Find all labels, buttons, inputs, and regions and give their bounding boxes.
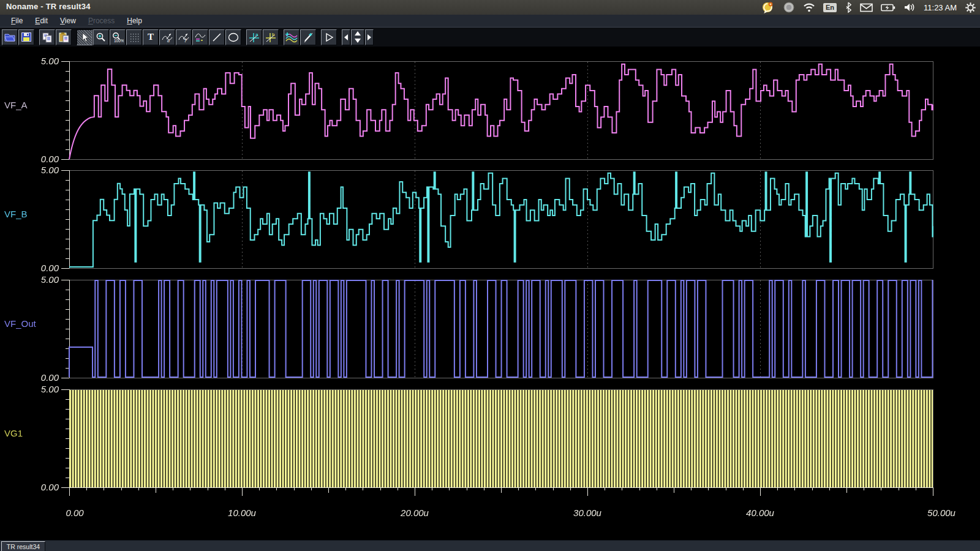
signal-label-vg1: VG1 (4, 428, 66, 438)
svg-text:b: b (272, 32, 275, 37)
probe-button[interactable] (300, 29, 316, 45)
x-tick-label: 50.00u (916, 508, 967, 518)
svg-text:a: a (167, 38, 170, 43)
signal-label-vf_out: VF_Out (4, 318, 66, 329)
toolbar-group: 100%Ta? (77, 29, 242, 45)
window-title: Noname - TR result34 (6, 2, 91, 11)
nav-down-button[interactable] (355, 37, 361, 45)
toolbar-group (342, 29, 374, 45)
toolbar-group (39, 29, 72, 45)
svg-text:?: ? (184, 37, 187, 43)
axis-a-button[interactable]: a (246, 29, 262, 45)
open-button[interactable] (2, 29, 18, 45)
signal-label-vf_a: VF_A (4, 100, 66, 110)
toolbar-group (2, 29, 35, 45)
mail-icon[interactable] (860, 1, 873, 13)
curve-legend-button[interactable] (192, 29, 208, 45)
result-tab-bar: TR result34 (0, 540, 980, 551)
messaging-icon[interactable] (761, 1, 775, 13)
menu-view[interactable]: View (54, 15, 82, 26)
keyboard-layout-indicator[interactable]: En (823, 3, 837, 12)
text-button[interactable]: T (143, 29, 159, 45)
session-gear-icon[interactable] (965, 1, 976, 13)
y-min-label: 0.00 (21, 372, 59, 383)
nav-right-button[interactable] (365, 29, 374, 45)
nav-spin-button[interactable] (351, 29, 364, 45)
y-min-label: 0.00 (21, 154, 59, 164)
svg-text:100%: 100% (114, 39, 124, 43)
waveform-canvas[interactable] (0, 47, 980, 540)
zoom-in-button[interactable] (93, 29, 109, 45)
axis-b-button[interactable]: b (263, 29, 279, 45)
nav-left-button[interactable] (342, 29, 350, 45)
curve-info-query-button[interactable]: ? (176, 29, 192, 45)
grid-button[interactable] (126, 29, 142, 45)
y-min-label: 0.00 (21, 482, 59, 492)
save-button[interactable] (18, 29, 34, 45)
menu-process: Process (82, 15, 121, 26)
ellipse-button[interactable] (225, 29, 241, 45)
svg-text:a: a (255, 32, 258, 37)
system-tray: En11:23 AM (761, 0, 976, 15)
x-tick-label: 10.00u (216, 508, 268, 518)
y-max-label: 5.00 (21, 165, 59, 175)
toolbar-group (284, 29, 317, 45)
y-max-label: 5.00 (21, 384, 59, 394)
x-tick-label: 0.00 (49, 508, 100, 518)
wifi-icon[interactable] (803, 1, 815, 13)
zoom-100-button[interactable]: 100% (110, 29, 126, 45)
menu-help[interactable]: Help (121, 15, 148, 26)
menu-edit[interactable]: Edit (29, 15, 54, 26)
toolbar-group (321, 29, 337, 45)
bluetooth-icon[interactable] (845, 1, 852, 13)
status-orb-icon[interactable] (783, 1, 795, 13)
line-button[interactable] (209, 29, 225, 45)
menu-file[interactable]: File (5, 15, 29, 26)
system-top-panel: Noname - TR result34 En11:23 AM (0, 0, 980, 15)
add-curve-button[interactable] (284, 29, 300, 45)
tab-label: TR result34 (7, 543, 40, 550)
x-tick-label: 40.00u (734, 508, 786, 518)
y-min-label: 0.00 (21, 263, 59, 273)
tab-tr-result34[interactable]: TR result34 (1, 541, 45, 551)
menubar: FileEditViewProcessHelp (0, 15, 980, 28)
run-button[interactable] (321, 29, 337, 45)
volume-icon[interactable] (903, 1, 916, 13)
y-max-label: 5.00 (21, 56, 59, 66)
toolbar-group: ab (246, 29, 279, 45)
nav-up-button[interactable] (355, 30, 361, 37)
x-tick-label: 30.00u (562, 508, 613, 518)
copy-button[interactable] (39, 29, 55, 45)
y-max-label: 5.00 (21, 274, 59, 285)
clock-text[interactable]: 11:23 AM (924, 3, 957, 12)
select-cursor-button[interactable] (77, 29, 92, 45)
battery-icon[interactable] (881, 1, 895, 13)
x-tick-label: 20.00u (389, 508, 440, 518)
paste-button[interactable] (56, 29, 72, 45)
waveform-plot-region: VF_A5.000.00VF_B5.000.00VF_Out5.000.00VG… (0, 47, 980, 540)
signal-label-vf_b: VF_B (4, 209, 66, 219)
curve-info-a-button[interactable]: a (159, 29, 175, 45)
toolbar: 100%Ta?ab (0, 28, 980, 47)
